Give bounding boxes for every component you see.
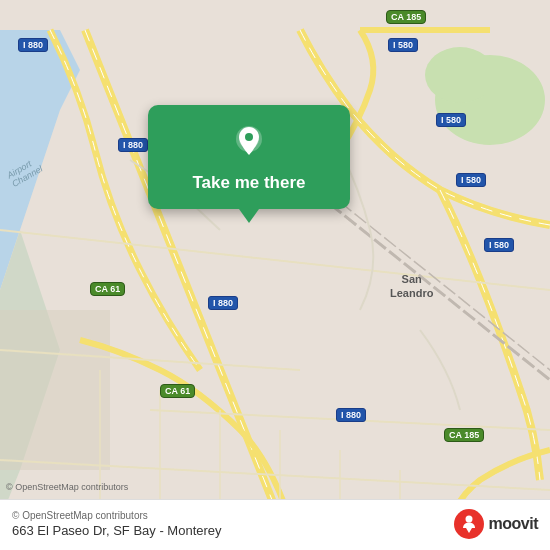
highway-label-ca61-bot: CA 61 bbox=[160, 384, 195, 398]
moovit-logo-icon bbox=[453, 508, 485, 540]
location-pin-icon bbox=[229, 123, 269, 163]
svg-point-25 bbox=[465, 516, 472, 523]
highway-label-580-right: I 580 bbox=[484, 238, 514, 252]
take-me-there-button[interactable]: Take me there bbox=[192, 173, 305, 193]
highway-label-580-mid2: I 580 bbox=[456, 173, 486, 187]
bottom-left-info: © OpenStreetMap contributors 663 El Pase… bbox=[12, 510, 222, 538]
bottom-bar: © OpenStreetMap contributors 663 El Pase… bbox=[0, 499, 550, 550]
highway-label-580-top: I 580 bbox=[388, 38, 418, 52]
highway-label-880-se: I 880 bbox=[336, 408, 366, 422]
highway-label-ca185-bot: CA 185 bbox=[444, 428, 484, 442]
copyright-text: © OpenStreetMap contributors bbox=[12, 510, 222, 521]
highway-label-ca61-mid: CA 61 bbox=[90, 282, 125, 296]
moovit-logo-text: moovit bbox=[489, 515, 538, 533]
svg-point-5 bbox=[425, 47, 495, 103]
highway-label-880-nw: I 880 bbox=[18, 38, 48, 52]
popup-card[interactable]: Take me there bbox=[148, 105, 350, 209]
map-svg bbox=[0, 0, 550, 550]
highway-label-880-mid: I 880 bbox=[118, 138, 148, 152]
city-label-san-leandro: SanLeandro bbox=[390, 272, 433, 301]
moovit-logo: moovit bbox=[453, 508, 538, 540]
highway-label-580-mid1: I 580 bbox=[436, 113, 466, 127]
highway-label-ca185-top: CA 185 bbox=[386, 10, 426, 24]
map-copyright: © OpenStreetMap contributors bbox=[6, 482, 128, 492]
address-text: 663 El Paseo Dr, SF Bay - Monterey bbox=[12, 523, 222, 538]
map-container: I 880 I 880 I 880 I 880 I 580 I 580 I 58… bbox=[0, 0, 550, 550]
svg-point-23 bbox=[245, 133, 253, 141]
svg-rect-3 bbox=[0, 310, 110, 470]
highway-label-880-center: I 880 bbox=[208, 296, 238, 310]
